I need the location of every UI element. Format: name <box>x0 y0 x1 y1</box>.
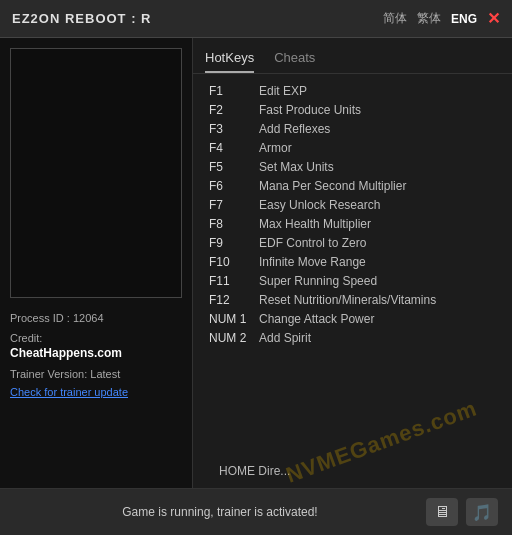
credit-label: Credit: <box>10 332 182 344</box>
title-bar: EZ2ON REBOOT : R 简体 繁体 ENG ✕ <box>0 0 512 38</box>
hotkey-label: F5 <box>209 160 259 174</box>
lang-english[interactable]: ENG <box>451 12 477 26</box>
lang-traditional[interactable]: 繁体 <box>417 10 441 27</box>
cheat-item: NUM 1Change Attack Power <box>209 312 496 326</box>
cheat-item: F4Armor <box>209 141 496 155</box>
cheat-name: Mana Per Second Multiplier <box>259 179 406 193</box>
hotkey-label: NUM 2 <box>209 331 259 345</box>
cheat-name: Edit EXP <box>259 84 307 98</box>
trainer-version: Trainer Version: Latest <box>10 368 182 380</box>
hotkey-label: F2 <box>209 103 259 117</box>
cheat-name: EDF Control to Zero <box>259 236 366 250</box>
credit-value: CheatHappens.com <box>10 346 182 360</box>
hotkey-label: F8 <box>209 217 259 231</box>
cheat-item: F6Mana Per Second Multiplier <box>209 179 496 193</box>
cheat-item: F11Super Running Speed <box>209 274 496 288</box>
cheat-name: Super Running Speed <box>259 274 377 288</box>
cheat-item: F8Max Health Multiplier <box>209 217 496 231</box>
cheat-name: Change Attack Power <box>259 312 374 326</box>
cheat-item: F3Add Reflexes <box>209 122 496 136</box>
right-panel: HotKeys Cheats F1Edit EXPF2Fast Produce … <box>193 38 512 488</box>
hotkey-label: F4 <box>209 141 259 155</box>
cheat-name: Add Reflexes <box>259 122 330 136</box>
cheat-item: F1Edit EXP <box>209 84 496 98</box>
hotkey-label: F11 <box>209 274 259 288</box>
music-icon[interactable]: 🎵 <box>466 498 498 526</box>
main-content: Process ID : 12064 Credit: CheatHappens.… <box>0 38 512 488</box>
cheat-name: Add Spirit <box>259 331 311 345</box>
hotkey-label: F6 <box>209 179 259 193</box>
cheat-name: Fast Produce Units <box>259 103 361 117</box>
cheat-name: Set Max Units <box>259 160 334 174</box>
cheat-name: Reset Nutrition/Minerals/Vitamins <box>259 293 436 307</box>
lang-buttons: 简体 繁体 ENG ✕ <box>383 9 500 28</box>
cheat-item: F5Set Max Units <box>209 160 496 174</box>
tabs-bar: HotKeys Cheats <box>193 38 512 74</box>
bottom-icons: 🖥 🎵 <box>426 498 498 526</box>
home-button[interactable]: HOME Dire... <box>209 460 496 482</box>
cheat-item: F12Reset Nutrition/Minerals/Vitamins <box>209 293 496 307</box>
cheat-item: F9EDF Control to Zero <box>209 236 496 250</box>
cheat-item: F7Easy Unlock Research <box>209 198 496 212</box>
preview-box <box>10 48 182 298</box>
status-message: Game is running, trainer is activated! <box>14 505 426 519</box>
hotkey-label: F7 <box>209 198 259 212</box>
cheat-name: Easy Unlock Research <box>259 198 380 212</box>
cheat-item: F2Fast Produce Units <box>209 103 496 117</box>
hotkey-label: F1 <box>209 84 259 98</box>
cheats-list: F1Edit EXPF2Fast Produce UnitsF3Add Refl… <box>193 74 512 460</box>
hotkey-label: F10 <box>209 255 259 269</box>
hotkey-label: F12 <box>209 293 259 307</box>
cheat-item: F10Infinite Move Range <box>209 255 496 269</box>
update-link[interactable]: Check for trainer update <box>10 386 128 398</box>
hotkey-label: NUM 1 <box>209 312 259 326</box>
bottom-bar: Game is running, trainer is activated! 🖥… <box>0 488 512 535</box>
tab-cheats[interactable]: Cheats <box>274 46 315 73</box>
cheat-name: Armor <box>259 141 292 155</box>
lang-simplified[interactable]: 简体 <box>383 10 407 27</box>
app-title: EZ2ON REBOOT : R <box>12 11 152 26</box>
close-button[interactable]: ✕ <box>487 9 500 28</box>
cheat-name: Max Health Multiplier <box>259 217 371 231</box>
left-panel: Process ID : 12064 Credit: CheatHappens.… <box>0 38 193 488</box>
monitor-icon[interactable]: 🖥 <box>426 498 458 526</box>
hotkey-label: F3 <box>209 122 259 136</box>
hotkey-label: F9 <box>209 236 259 250</box>
tab-hotkeys[interactable]: HotKeys <box>205 46 254 73</box>
cheat-name: Infinite Move Range <box>259 255 366 269</box>
info-section: Process ID : 12064 Credit: CheatHappens.… <box>10 306 182 406</box>
process-id: Process ID : 12064 <box>10 312 182 324</box>
cheat-item: NUM 2Add Spirit <box>209 331 496 345</box>
